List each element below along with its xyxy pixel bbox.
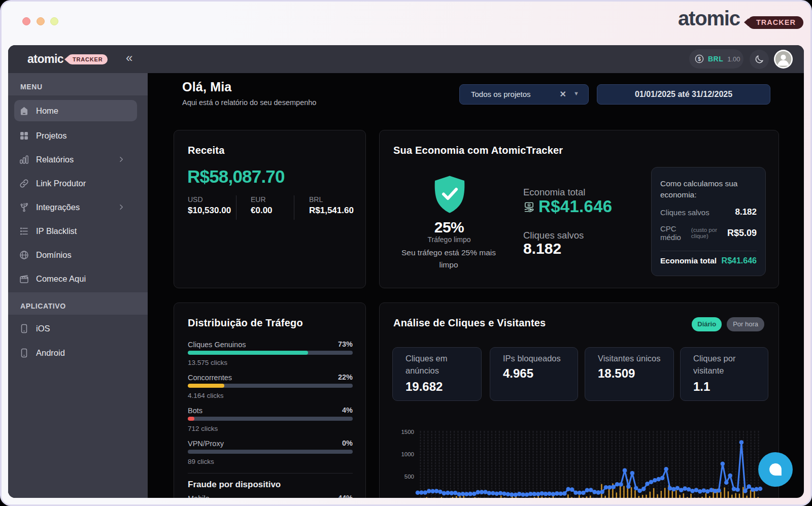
svg-text:1500: 1500 — [401, 429, 414, 435]
svg-text:500: 500 — [404, 474, 414, 480]
svg-text:1000: 1000 — [401, 451, 414, 457]
svg-text:$: $ — [698, 56, 701, 62]
